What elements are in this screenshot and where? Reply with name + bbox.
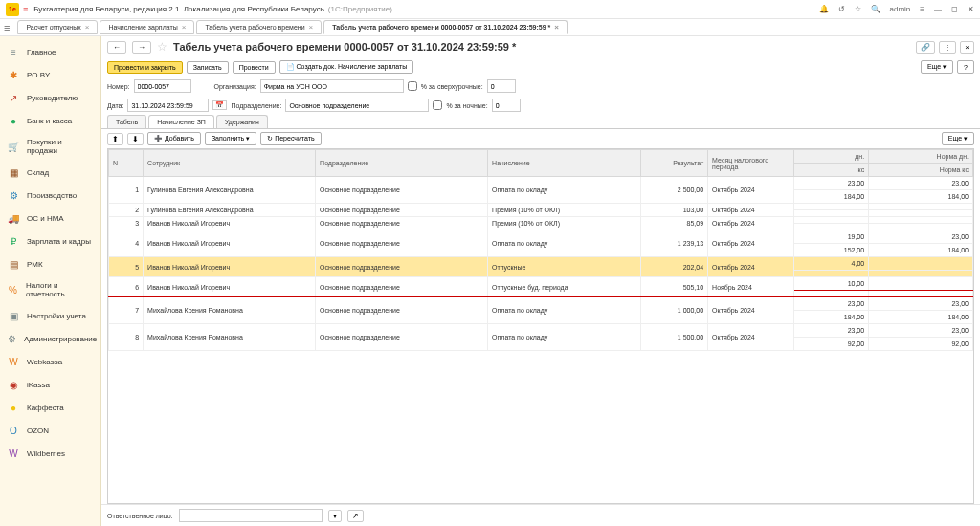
table-row[interactable]: 7Михайлова Ксения РомановнаОсновное подр… <box>109 297 973 311</box>
subtab-timesheet[interactable]: Табель <box>107 115 146 128</box>
col-result[interactable]: Результат <box>641 150 708 177</box>
post-button[interactable]: Провести <box>233 61 276 74</box>
grid-more-button[interactable]: Еще ▾ <box>942 132 974 145</box>
sidebar-icon: ● <box>8 115 19 126</box>
table-row[interactable]: 3Иванов Николай ИгоревичОсновное подразд… <box>109 217 973 224</box>
move-down-icon[interactable]: ⬇ <box>127 133 144 145</box>
tab-payroll[interactable]: Начисление зарплаты× <box>100 20 194 34</box>
sidebar-icon: ◉ <box>8 379 19 390</box>
history-icon[interactable]: ↺ <box>838 5 845 13</box>
sidebar-item-1[interactable]: ✱PO.BY <box>0 63 100 86</box>
org-input[interactable] <box>260 79 404 93</box>
col-days[interactable]: дн. <box>794 150 869 164</box>
close-icon[interactable]: × <box>309 23 314 32</box>
grid-toolbar: ⬆ ⬇ ➕ Добавить Заполнить ▾ ↻ Пересчитать… <box>101 129 980 148</box>
fill-button[interactable]: Заполнить ▾ <box>205 132 256 145</box>
document-content: ← → ☆ Табель учета рабочего времени 0000… <box>101 36 980 526</box>
table-row[interactable]: 2Гулинова Евгения АлександровнаОсновное … <box>109 204 973 210</box>
close-icon[interactable]: × <box>182 23 187 32</box>
col-norm-days[interactable]: Норма дн. <box>869 150 973 164</box>
subtab-accrual[interactable]: Начисление ЗП <box>148 115 214 128</box>
sidebar-item-12[interactable]: ⚙Администрирование <box>0 327 100 350</box>
col-n[interactable]: N <box>109 150 144 177</box>
search-icon[interactable]: 🔍 <box>871 5 880 13</box>
titlebar: 1e ≡ Бухгалтерия для Беларуси, редакция … <box>0 0 980 19</box>
menu-toggle-icon[interactable]: ≡ <box>23 5 28 14</box>
more-button[interactable]: Еще ▾ <box>921 60 953 74</box>
sidebar-item-5[interactable]: ▦Склад <box>0 161 100 184</box>
sidebar-item-13[interactable]: WWebkassa <box>0 350 100 373</box>
close-doc-icon[interactable]: × <box>960 41 974 54</box>
col-period[interactable]: Месяц налогового периода <box>708 150 794 177</box>
col-hours[interactable]: кс <box>794 164 869 177</box>
back-button[interactable]: ← <box>107 41 126 54</box>
col-employee[interactable]: Сотрудник <box>144 150 316 177</box>
favorite-star-icon[interactable]: ☆ <box>157 40 167 54</box>
select-responsible-icon[interactable]: ▾ <box>328 510 342 522</box>
sub-tabs: Табель Начисление ЗП Удержания <box>101 115 980 129</box>
table-row[interactable]: 5Иванов Николай ИгоревичОсновное подразд… <box>109 257 973 271</box>
sidebar-item-3[interactable]: ●Банк и касса <box>0 109 100 132</box>
calendar-icon[interactable]: 📅 <box>212 100 227 110</box>
tab-timesheet-doc[interactable]: Табель учета рабочего времени 0000-0057 … <box>323 20 568 34</box>
maximize-icon[interactable]: ◻ <box>951 5 958 13</box>
move-up-icon[interactable]: ⬆ <box>107 133 123 145</box>
sidebar-item-16[interactable]: OOZON <box>0 419 100 442</box>
night-checkbox[interactable] <box>433 100 442 110</box>
post-and-close-button[interactable]: Провести и закрыть <box>107 61 183 74</box>
close-icon[interactable]: × <box>85 23 90 32</box>
sidebar-item-8[interactable]: ₽Зарплата и кадры <box>0 230 100 252</box>
help-button[interactable]: ? <box>957 60 974 74</box>
accrual-grid[interactable]: N Сотрудник Подразделение Начисление Рез… <box>107 148 974 504</box>
table-row[interactable]: 6Иванов Николай ИгоревичОсновное подразд… <box>109 277 973 291</box>
table-row[interactable]: 1Гулинова Евгения АлександровнаОсновное … <box>109 177 973 190</box>
overtime-checkbox[interactable] <box>408 81 417 91</box>
minimize-icon[interactable]: — <box>934 5 942 13</box>
hamburger-icon[interactable]: ≡ <box>4 22 10 33</box>
link-icon[interactable]: 🔗 <box>916 41 935 54</box>
sidebar-item-6[interactable]: ⚙Производство <box>0 184 100 207</box>
overtime-input[interactable] <box>487 79 516 93</box>
add-row-button[interactable]: ➕ Добавить <box>147 132 201 145</box>
sidebar-item-9[interactable]: ▤РМК <box>0 252 100 275</box>
sidebar-item-0[interactable]: ≡Главное <box>0 40 100 63</box>
night-input[interactable] <box>492 99 521 112</box>
bell-icon[interactable]: 🔔 <box>819 5 829 13</box>
sidebar-item-2[interactable]: ↗Руководителю <box>0 86 100 109</box>
recalc-button[interactable]: ↻ Пересчитать <box>260 132 321 145</box>
dept-input[interactable] <box>285 99 429 112</box>
close-window-icon[interactable]: ✕ <box>968 5 974 13</box>
date-input[interactable] <box>127 99 209 112</box>
open-responsible-icon[interactable]: ↗ <box>347 510 364 522</box>
create-payroll-button[interactable]: 📄 Создать док. Начисление зарплаты <box>279 60 414 74</box>
col-norm-hours[interactable]: Норма кс <box>869 164 973 177</box>
sidebar-label: Производство <box>27 191 77 200</box>
sidebar-item-17[interactable]: WWildberries <box>0 442 100 465</box>
forward-button[interactable]: → <box>132 41 151 54</box>
menu-vert-icon[interactable]: ⋮ <box>939 41 956 54</box>
col-dept[interactable]: Подразделение <box>316 150 488 177</box>
number-input[interactable] <box>134 79 191 93</box>
sidebar-item-7[interactable]: 🚚ОС и НМА <box>0 207 100 230</box>
sidebar-item-15[interactable]: ●Каффеста <box>0 396 100 419</box>
close-icon[interactable]: × <box>554 23 559 32</box>
subtab-deductions[interactable]: Удержания <box>216 115 268 128</box>
star-icon[interactable]: ☆ <box>855 5 861 13</box>
responsible-input[interactable] <box>179 509 323 522</box>
sidebar-item-10[interactable]: %Налоги и отчетность <box>0 275 100 304</box>
document-title: Табель учета рабочего времени 0000-0057 … <box>173 41 516 53</box>
sidebar-item-14[interactable]: ◉iKassa <box>0 373 100 396</box>
settings-lines-icon[interactable]: ≡ <box>920 5 924 13</box>
user-label[interactable]: admin <box>890 5 911 13</box>
tab-timesheet-list[interactable]: Табель учета рабочего времени× <box>196 20 322 34</box>
sidebar-item-11[interactable]: ▣Настройки учета <box>0 304 100 327</box>
sidebar-icon: ⚙ <box>8 333 16 344</box>
table-row[interactable]: 4Иванов Николай ИгоревичОсновное подразд… <box>109 230 973 244</box>
table-row[interactable]: 8Михайлова Ксения РомановнаОсновное подр… <box>109 324 973 338</box>
sidebar-label: PO.BY <box>27 71 50 79</box>
sidebar-item-4[interactable]: 🛒Покупки и продажи <box>0 132 100 161</box>
tab-vacation-calc[interactable]: Расчет отпускных× <box>17 20 98 34</box>
col-accrual[interactable]: Начисление <box>488 150 641 177</box>
save-button[interactable]: Записать <box>187 61 229 74</box>
sidebar-icon: ≡ <box>8 46 19 57</box>
